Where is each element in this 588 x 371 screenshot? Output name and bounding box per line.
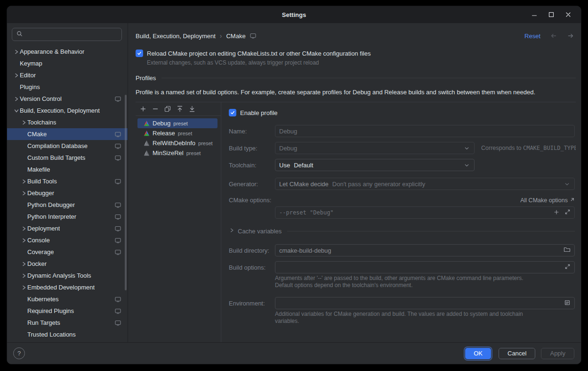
sidebar-item-label: Plugins	[20, 83, 40, 91]
toolchain-select[interactable]: Use Default	[275, 159, 475, 171]
remove-profile-button[interactable]	[151, 104, 160, 114]
chevron-placeholder	[20, 166, 27, 173]
sidebar-item-deployment[interactable]: Deployment	[7, 223, 128, 234]
cmake-options-input[interactable]: --preset "Debug"	[275, 206, 575, 219]
ok-button[interactable]: OK	[465, 348, 491, 359]
monitor-icon	[115, 202, 121, 208]
build-directory-input[interactable]: cmake-build-debug	[275, 244, 575, 256]
minimize-icon[interactable]	[529, 9, 540, 20]
divider	[161, 78, 576, 78]
sidebar-item-label: Makefile	[27, 166, 50, 173]
cmake-profile-icon	[144, 130, 150, 136]
generator-select[interactable]: Let CMake decide Don't pass any generato…	[275, 178, 575, 190]
chevron-right-icon[interactable]	[20, 225, 27, 232]
profile-item-release[interactable]: Releasepreset	[137, 128, 217, 138]
chevron-right-icon[interactable]	[20, 119, 27, 126]
move-up-button[interactable]	[175, 104, 185, 114]
chevron-down-icon	[564, 181, 571, 188]
sidebar-item-makefile[interactable]: Makefile	[7, 164, 128, 175]
chevron-right-icon[interactable]	[20, 272, 27, 279]
close-icon[interactable]	[563, 9, 573, 20]
sidebar-item-appearance-behavior[interactable]: Appearance & Behavior	[7, 46, 128, 58]
all-cmake-options-link[interactable]: All CMake options	[520, 197, 575, 204]
sidebar-item-python-debugger[interactable]: Python Debugger	[7, 199, 128, 211]
help-button[interactable]: ?	[13, 347, 25, 359]
enable-profile-checkbox[interactable]: Enable profile	[229, 109, 575, 116]
expand-field-icon[interactable]	[564, 264, 571, 271]
monitor-icon	[115, 155, 121, 161]
forward-arrow-icon[interactable]	[567, 32, 574, 40]
folder-icon[interactable]	[564, 247, 571, 254]
copy-profile-button[interactable]	[163, 104, 172, 114]
sidebar-item-console[interactable]: Console	[7, 234, 128, 246]
build-type-value: Debug	[279, 145, 297, 152]
add-profile-button[interactable]	[138, 104, 148, 114]
search-input[interactable]	[26, 31, 118, 39]
sidebar-item-kubernetes[interactable]: Kubernetes	[7, 293, 128, 305]
cache-variables-toggle[interactable]: Cache variables	[229, 227, 575, 235]
chevron-down-icon[interactable]	[13, 107, 20, 114]
breadcrumb-parent[interactable]: Build, Execution, Deployment	[136, 33, 216, 40]
back-arrow-icon[interactable]	[550, 32, 557, 40]
settings-tree: Appearance & BehaviorKeymapEditorPlugins…	[7, 44, 128, 342]
build-type-select[interactable]: Debug	[275, 142, 475, 154]
chevron-right-icon[interactable]	[13, 96, 20, 102]
maximize-icon[interactable]	[546, 9, 556, 20]
sidebar-item-run-targets[interactable]: Run Targets	[7, 317, 128, 329]
chevron-right-icon[interactable]	[20, 261, 27, 267]
monitor-icon	[115, 226, 121, 231]
reload-cmake-checkbox[interactable]: Reload CMake project on editing CMakeLis…	[136, 49, 574, 57]
sidebar-item-editor[interactable]: Editor	[7, 69, 128, 81]
sidebar-item-dynamic-analysis-tools[interactable]: Dynamic Analysis Tools	[7, 270, 128, 281]
expand-field-icon[interactable]	[564, 209, 571, 216]
sidebar-item-custom-build-targets[interactable]: Custom Build Targets	[7, 152, 128, 164]
titlebar[interactable]: Settings	[7, 6, 581, 23]
chevron-right-icon[interactable]	[20, 178, 27, 185]
name-label: Name:	[229, 128, 275, 135]
environment-input[interactable]	[275, 297, 575, 309]
sidebar-item-cmake[interactable]: CMake	[7, 128, 128, 140]
cancel-button[interactable]: Cancel	[499, 348, 535, 359]
sidebar-item-label: Docker	[27, 260, 47, 267]
apply-button[interactable]: Apply	[541, 348, 574, 359]
cmake-options-value: --preset "Debug"	[279, 209, 334, 216]
profile-name: Release	[153, 130, 175, 137]
profile-item-relwithdebinfo[interactable]: RelWithDebInfopreset	[137, 138, 217, 148]
sidebar-item-embedded-development[interactable]: Embedded Development	[7, 281, 128, 293]
chevron-right-icon[interactable]	[13, 72, 20, 79]
generator-label: Generator:	[229, 181, 275, 188]
sidebar-item-toolchains[interactable]: Toolchains	[7, 116, 128, 128]
sidebar-item-version-control[interactable]: Version Control	[7, 93, 128, 105]
sidebar-item-build-tools[interactable]: Build Tools	[7, 175, 128, 187]
sidebar-item-label: Editor	[20, 72, 36, 79]
sidebar-item-docker[interactable]: Docker	[7, 258, 128, 270]
profile-item-debug[interactable]: Debugpreset	[137, 118, 217, 128]
variables-list-icon[interactable]	[564, 299, 571, 307]
sidebar-item-label: Trusted Locations	[27, 331, 76, 338]
monitor-icon	[115, 143, 121, 149]
chevron-right-icon	[229, 227, 235, 235]
sidebar-item-label: Custom Build Targets	[27, 154, 85, 161]
reset-link[interactable]: Reset	[524, 33, 540, 40]
sidebar-scrollbar[interactable]	[125, 95, 127, 290]
chevron-right-icon[interactable]	[20, 237, 27, 244]
name-input[interactable]: Debug	[275, 125, 575, 137]
chevron-right-icon[interactable]	[13, 49, 20, 55]
sidebar-item-python-interpreter[interactable]: Python Interpreter	[7, 211, 128, 223]
chevron-right-icon[interactable]	[20, 284, 27, 291]
search-field[interactable]	[12, 28, 122, 41]
sidebar-item-trusted-locations[interactable]: Trusted Locations	[7, 329, 128, 340]
move-down-button[interactable]	[187, 104, 197, 114]
sidebar-item-compilation-database[interactable]: Compilation Database	[7, 140, 128, 152]
sidebar-item-debugger[interactable]: Debugger	[7, 187, 128, 199]
add-macro-icon[interactable]	[553, 209, 560, 217]
sidebar-item-label: Required Plugins	[27, 307, 74, 314]
sidebar-item-keymap[interactable]: Keymap	[7, 58, 128, 69]
sidebar-item-coverage[interactable]: Coverage	[7, 246, 128, 258]
sidebar-item-build-execution-deployment[interactable]: Build, Execution, Deployment	[7, 105, 128, 116]
chevron-right-icon[interactable]	[20, 190, 27, 197]
build-options-input[interactable]	[275, 261, 575, 273]
profile-item-minsizerel[interactable]: MinSizeRelpreset	[137, 148, 217, 158]
sidebar-item-plugins[interactable]: Plugins	[7, 81, 128, 93]
sidebar-item-required-plugins[interactable]: Required Plugins	[7, 305, 128, 317]
